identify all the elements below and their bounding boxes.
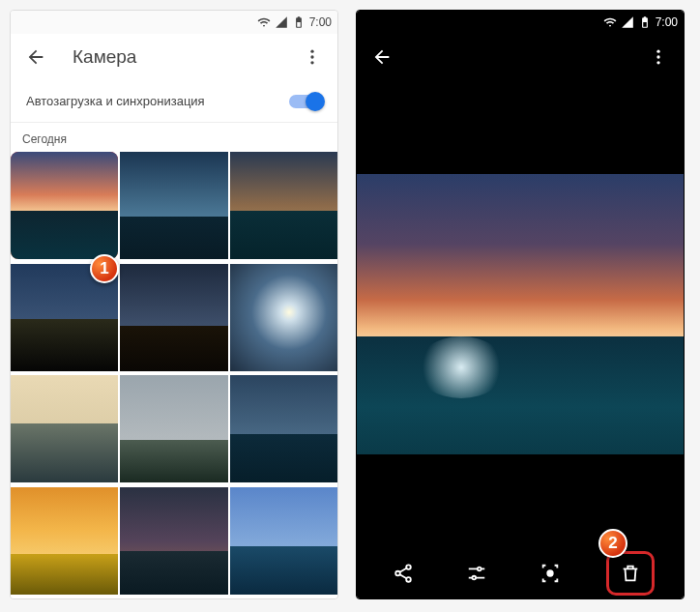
signal-icon xyxy=(621,15,634,29)
photo-full xyxy=(357,174,684,454)
svg-point-1 xyxy=(310,55,313,58)
delete-button[interactable] xyxy=(613,556,648,591)
photo-thumb[interactable] xyxy=(120,264,227,371)
photo-thumb[interactable] xyxy=(230,375,337,482)
more-vert-icon xyxy=(649,47,668,67)
phone-gallery-list: 7:00 Камера Автозагрузка и синхронизация… xyxy=(10,10,338,599)
wifi-icon xyxy=(257,15,271,29)
overflow-menu-button[interactable] xyxy=(641,40,676,74)
arrow-back-icon xyxy=(371,46,393,68)
step-badge-1: 1 xyxy=(90,254,119,283)
svg-point-0 xyxy=(310,50,313,53)
arrow-back-icon xyxy=(25,46,46,68)
status-bar: 7:00 xyxy=(11,11,337,34)
svg-point-9 xyxy=(478,568,481,571)
section-label: Сегодня xyxy=(11,123,337,152)
svg-point-10 xyxy=(472,576,476,580)
share-icon xyxy=(393,563,414,584)
status-time: 7:00 xyxy=(656,15,678,29)
app-bar: Камера xyxy=(11,34,337,80)
page-title: Камера xyxy=(73,46,295,68)
tune-icon xyxy=(466,563,487,584)
share-button[interactable] xyxy=(386,556,421,591)
photo-viewer[interactable] xyxy=(357,80,684,598)
svg-point-5 xyxy=(656,61,659,64)
svg-point-2 xyxy=(310,61,313,64)
status-time: 7:00 xyxy=(309,15,332,29)
photo-thumb[interactable] xyxy=(11,152,118,259)
signal-icon xyxy=(275,15,288,29)
svg-point-11 xyxy=(547,570,553,576)
more-vert-icon xyxy=(303,47,322,67)
step-badge-2: 2 xyxy=(598,529,627,558)
svg-point-6 xyxy=(406,565,411,569)
photo-thumb[interactable] xyxy=(230,152,337,259)
sync-label: Автозагрузка и синхронизация xyxy=(26,94,289,108)
back-button[interactable] xyxy=(365,40,399,74)
photo-thumb[interactable] xyxy=(230,264,337,371)
photo-thumb[interactable] xyxy=(11,375,118,482)
lens-icon xyxy=(540,563,561,584)
sync-switch[interactable] xyxy=(289,95,322,108)
sync-row[interactable]: Автозагрузка и синхронизация xyxy=(11,80,337,123)
back-button[interactable] xyxy=(18,40,53,74)
trash-icon xyxy=(620,563,641,584)
status-bar: 7:00 xyxy=(357,11,684,34)
photo-thumb[interactable] xyxy=(120,152,227,259)
viewer-bottom-bar xyxy=(357,548,684,598)
lens-button[interactable] xyxy=(533,556,568,591)
photo-grid xyxy=(11,152,337,598)
svg-point-7 xyxy=(395,571,400,576)
battery-icon xyxy=(638,15,652,29)
photo-thumb[interactable] xyxy=(120,375,227,482)
photo-thumb[interactable] xyxy=(11,487,118,595)
svg-point-3 xyxy=(656,50,659,53)
phone-photo-viewer: 7:00 xyxy=(356,10,685,599)
svg-point-8 xyxy=(406,577,411,582)
overflow-menu-button[interactable] xyxy=(295,40,330,74)
battery-icon xyxy=(292,15,306,29)
edit-button[interactable] xyxy=(459,556,494,591)
wifi-icon xyxy=(603,15,617,29)
svg-point-4 xyxy=(656,55,659,58)
photo-thumb[interactable] xyxy=(120,487,227,595)
photo-thumb[interactable] xyxy=(230,487,337,595)
app-bar xyxy=(357,34,684,80)
